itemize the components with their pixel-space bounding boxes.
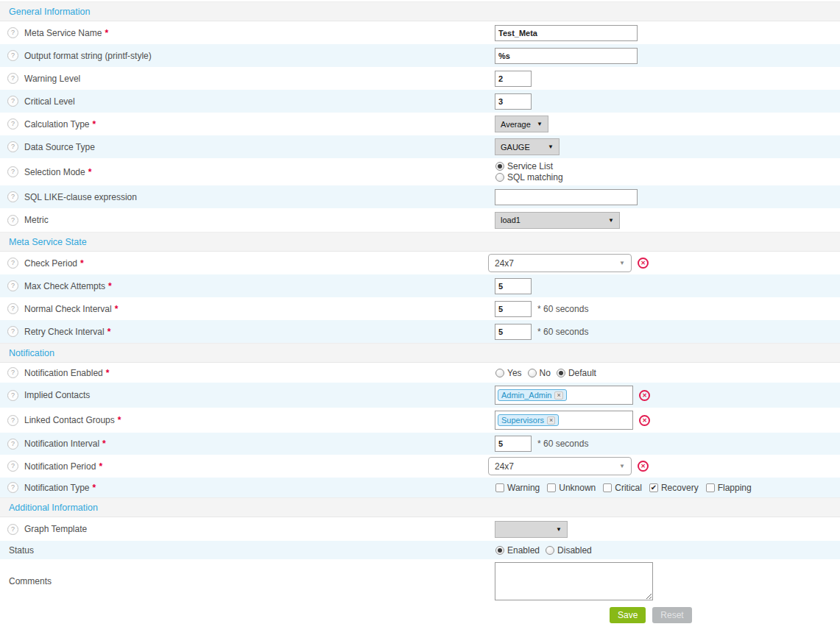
row-linked-contact-groups: ? Linked Contact Groups * Supervisors × … bbox=[0, 408, 840, 433]
field-label: Normal Check Interval bbox=[24, 304, 112, 314]
critical-level-input[interactable] bbox=[495, 93, 532, 110]
notification-period-combobox[interactable]: 24x7 ▼ bbox=[488, 457, 632, 475]
meta-service-name-input[interactable] bbox=[495, 25, 638, 41]
chevron-down-icon: ▼ bbox=[608, 217, 614, 224]
field-label: Notification Period bbox=[24, 461, 96, 472]
row-comments: Comments bbox=[0, 559, 840, 603]
check-period-combobox[interactable]: 24x7 ▼ bbox=[488, 254, 632, 272]
help-icon[interactable]: ? bbox=[7, 50, 18, 61]
section-header-additional-information: Additional Information bbox=[0, 497, 840, 517]
help-icon[interactable]: ? bbox=[7, 524, 18, 535]
form-actions: Save Reset bbox=[0, 603, 840, 626]
meta-service-form: General Information ? Meta Service Name … bbox=[0, 0, 840, 626]
field-label: SQL LIKE-clause expression bbox=[24, 192, 137, 202]
required-asterisk: * bbox=[88, 167, 92, 177]
help-icon[interactable]: ? bbox=[7, 439, 18, 450]
radio-disabled[interactable] bbox=[546, 546, 554, 555]
chevron-down-icon: ▼ bbox=[619, 260, 625, 266]
data-source-type-select[interactable]: GAUGE ▼ bbox=[495, 138, 560, 155]
normal-check-interval-input[interactable] bbox=[495, 301, 532, 317]
warning-level-input[interactable] bbox=[495, 71, 532, 87]
help-icon[interactable]: ? bbox=[7, 141, 18, 152]
field-label: Graph Template bbox=[24, 524, 87, 534]
help-icon[interactable]: ? bbox=[7, 482, 18, 493]
field-label: Max Check Attempts bbox=[24, 281, 105, 291]
remove-tag-icon[interactable]: × bbox=[554, 391, 562, 400]
row-retry-check-interval: ? Retry Check Interval * * 60 seconds bbox=[0, 320, 840, 343]
help-icon[interactable]: ? bbox=[7, 326, 18, 337]
notification-interval-input[interactable] bbox=[495, 436, 532, 452]
help-icon[interactable]: ? bbox=[7, 280, 18, 291]
radio-icon[interactable] bbox=[495, 173, 504, 182]
row-meta-service-name: ? Meta Service Name * bbox=[0, 21, 840, 44]
help-icon[interactable]: ? bbox=[7, 461, 18, 472]
chevron-down-icon: ▼ bbox=[619, 463, 625, 469]
required-asterisk: * bbox=[118, 415, 121, 425]
row-metric: ? Metric load1 ▼ bbox=[0, 208, 840, 232]
help-icon[interactable]: ? bbox=[7, 96, 18, 107]
section-title: Additional Information bbox=[9, 503, 98, 513]
max-check-attempts-input[interactable] bbox=[495, 278, 532, 294]
checkbox-unknown[interactable] bbox=[547, 483, 556, 492]
reset-button[interactable]: Reset bbox=[652, 607, 691, 623]
output-format-input[interactable] bbox=[495, 48, 638, 64]
help-icon[interactable]: ? bbox=[7, 73, 18, 84]
row-max-check-attempts: ? Max Check Attempts * bbox=[0, 274, 840, 297]
checkbox-critical[interactable] bbox=[603, 483, 612, 492]
retry-check-interval-input[interactable] bbox=[495, 324, 532, 340]
radio-yes[interactable] bbox=[495, 369, 504, 377]
help-icon[interactable]: ? bbox=[7, 367, 18, 378]
row-output-format: ? Output format string (printf-style) bbox=[0, 44, 840, 67]
sql-like-expression-input[interactable] bbox=[495, 189, 638, 205]
field-label: Notification Enabled bbox=[24, 368, 103, 378]
help-icon[interactable]: ? bbox=[7, 258, 18, 269]
clear-icon[interactable]: ✕ bbox=[638, 461, 649, 472]
calculation-type-select[interactable]: Average ▼ bbox=[495, 116, 548, 132]
linked-contact-groups-field[interactable]: Supervisors × bbox=[495, 411, 633, 430]
field-label: Critical Level bbox=[24, 96, 75, 107]
clear-icon[interactable]: ✕ bbox=[639, 390, 650, 401]
help-icon[interactable]: ? bbox=[7, 215, 18, 226]
help-icon[interactable]: ? bbox=[7, 390, 18, 401]
help-icon[interactable]: ? bbox=[7, 303, 18, 314]
checkbox-warning[interactable] bbox=[495, 483, 504, 492]
section-title: General Information bbox=[9, 7, 90, 17]
implied-contacts-field[interactable]: Admin_Admin × bbox=[495, 386, 633, 405]
radio-no[interactable] bbox=[528, 369, 537, 377]
clear-icon[interactable]: ✕ bbox=[638, 258, 649, 269]
row-notification-enabled: ? Notification Enabled * Yes No Default bbox=[0, 363, 840, 383]
radio-sql-matching[interactable]: SQL matching bbox=[495, 172, 569, 183]
field-label: Comments bbox=[9, 576, 52, 586]
field-label: Selection Mode bbox=[24, 167, 85, 177]
help-icon[interactable]: ? bbox=[7, 166, 18, 177]
help-icon[interactable]: ? bbox=[7, 27, 18, 38]
required-asterisk: * bbox=[93, 119, 96, 130]
comments-textarea[interactable] bbox=[495, 562, 653, 600]
section-header-general-information: General Information bbox=[0, 1, 840, 21]
field-label: Warning Level bbox=[24, 74, 80, 84]
row-status: Status Enabled Disabled bbox=[0, 541, 840, 559]
checkbox-flapping[interactable] bbox=[706, 483, 715, 492]
help-icon[interactable]: ? bbox=[7, 415, 18, 426]
required-asterisk: * bbox=[99, 461, 102, 472]
field-label: Implied Contacts bbox=[24, 390, 90, 400]
section-header-notification: Notification bbox=[0, 343, 840, 363]
save-button[interactable]: Save bbox=[610, 607, 646, 623]
radio-enabled[interactable] bbox=[495, 546, 504, 555]
graph-template-select[interactable]: ▼ bbox=[495, 521, 568, 538]
remove-tag-icon[interactable]: × bbox=[547, 416, 555, 425]
help-icon[interactable]: ? bbox=[7, 191, 18, 202]
checkbox-recovery[interactable]: ✔ bbox=[649, 483, 658, 492]
row-critical-level: ? Critical Level bbox=[0, 90, 840, 113]
clear-icon[interactable]: ✕ bbox=[639, 415, 650, 426]
radio-icon[interactable] bbox=[495, 162, 504, 171]
field-label: Status bbox=[9, 545, 34, 556]
row-warning-level: ? Warning Level bbox=[0, 67, 840, 90]
metric-select[interactable]: load1 ▼ bbox=[495, 212, 620, 229]
radio-service-list[interactable]: Service List bbox=[495, 161, 559, 172]
chevron-down-icon: ▼ bbox=[556, 526, 562, 533]
row-data-source-type: ? Data Source Type GAUGE ▼ bbox=[0, 135, 840, 158]
help-icon[interactable]: ? bbox=[7, 118, 18, 130]
radio-default[interactable] bbox=[557, 369, 565, 377]
field-label: Linked Contact Groups bbox=[24, 415, 115, 425]
